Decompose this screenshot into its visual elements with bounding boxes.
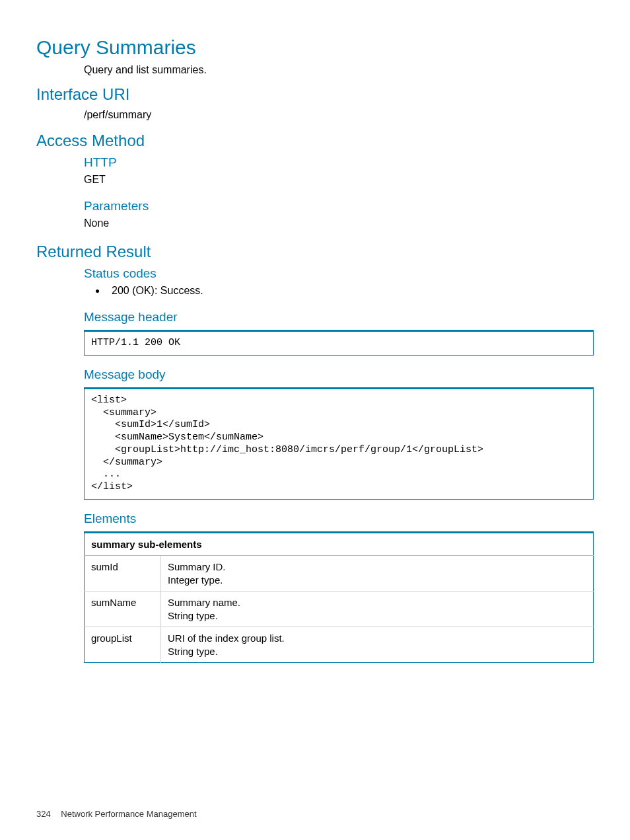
message-header-heading: Message header <box>84 310 594 325</box>
element-name: sumId <box>85 555 161 591</box>
element-desc: Summary name. String type. <box>161 591 594 627</box>
document-page: Query Summaries Query and list summaries… <box>0 0 630 840</box>
status-code-item: 200 (OK): Success. <box>106 285 594 297</box>
page-description: Query and list summaries. <box>84 64 594 76</box>
element-desc-line2: String type. <box>168 610 586 621</box>
status-codes-heading: Status codes <box>84 266 594 281</box>
element-desc-line1: URI of the index group list. <box>168 632 285 644</box>
element-desc: URI of the index group list. String type… <box>161 627 594 662</box>
table-row: groupList URI of the index group list. S… <box>85 627 594 662</box>
message-body-code: <list> <summary> <sumId>1</sumId> <sumNa… <box>84 387 594 500</box>
elements-table-header: summary sub-elements <box>85 532 594 555</box>
table-row: sumId Summary ID. Integer type. <box>85 555 594 591</box>
elements-heading: Elements <box>84 512 594 526</box>
parameters-value: None <box>84 217 594 229</box>
element-name: sumName <box>85 591 161 627</box>
message-header-code: HTTP/1.1 200 OK <box>84 330 594 356</box>
element-desc-line2: Integer type. <box>168 574 586 586</box>
page-title: Query Summaries <box>36 36 594 59</box>
elements-table: summary sub-elements sumId Summary ID. I… <box>84 531 594 663</box>
message-body-heading: Message body <box>84 367 594 382</box>
element-desc-line2: String type. <box>168 646 586 657</box>
http-value: GET <box>84 174 594 186</box>
http-heading: HTTP <box>84 155 594 170</box>
element-desc-line1: Summary name. <box>168 597 240 608</box>
status-codes-list: 200 (OK): Success. <box>84 285 594 297</box>
returned-result-heading: Returned Result <box>36 243 594 261</box>
table-row: sumName Summary name. String type. <box>85 591 594 627</box>
interface-uri-heading: Interface URI <box>36 85 594 104</box>
page-number: 324 <box>36 809 51 819</box>
interface-uri-value: /perf/summary <box>84 109 594 121</box>
element-desc: Summary ID. Integer type. <box>161 555 594 591</box>
footer-section: Network Performance Management <box>61 809 196 819</box>
parameters-heading: Parameters <box>84 199 594 213</box>
access-method-heading: Access Method <box>36 132 594 150</box>
page-footer: 324 Network Performance Management <box>36 809 197 819</box>
element-name: groupList <box>85 627 161 662</box>
element-desc-line1: Summary ID. <box>168 561 226 572</box>
